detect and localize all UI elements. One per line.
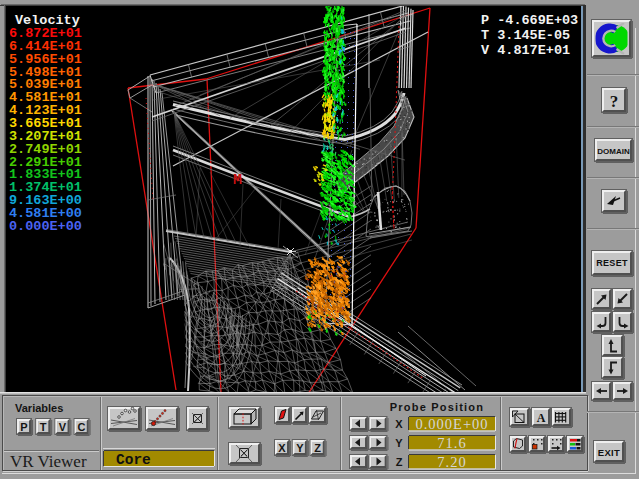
svg-text:C: C [78,421,86,433]
svg-text:Y: Y [395,437,403,449]
svg-text:Z: Z [314,442,321,454]
svg-text:V 4.817E+01: V 4.817E+01 [481,43,570,58]
svg-text:RESET: RESET [596,258,628,268]
svg-text:A: A [537,411,546,425]
svg-text:T: T [40,421,47,433]
svg-text:Probe Position: Probe Position [390,401,484,413]
svg-text:0.000E+00: 0.000E+00 [9,219,82,234]
svg-text:V: V [59,421,67,433]
svg-text:P: P [20,421,27,433]
svg-text:VR Viewer: VR Viewer [10,452,87,471]
svg-text:0.000E+00: 0.000E+00 [415,416,488,432]
svg-text:Core: Core [116,452,151,468]
svg-text:Z: Z [396,456,403,468]
svg-text:M: M [233,172,242,189]
svg-text:P -4.669E+03: P -4.669E+03 [481,13,578,28]
svg-text:X: X [278,442,286,454]
svg-text:X: X [395,418,403,430]
svg-text:Y: Y [296,442,304,454]
svg-text:Variables: Variables [15,402,63,414]
svg-text:7.20: 7.20 [437,454,466,470]
svg-text:DOMAIN: DOMAIN [597,147,630,156]
svg-text:71.6: 71.6 [437,435,466,451]
svg-text:EXIT: EXIT [598,447,620,458]
svg-text:T 3.145E-05: T 3.145E-05 [481,28,570,43]
svg-text:?: ? [610,92,619,111]
